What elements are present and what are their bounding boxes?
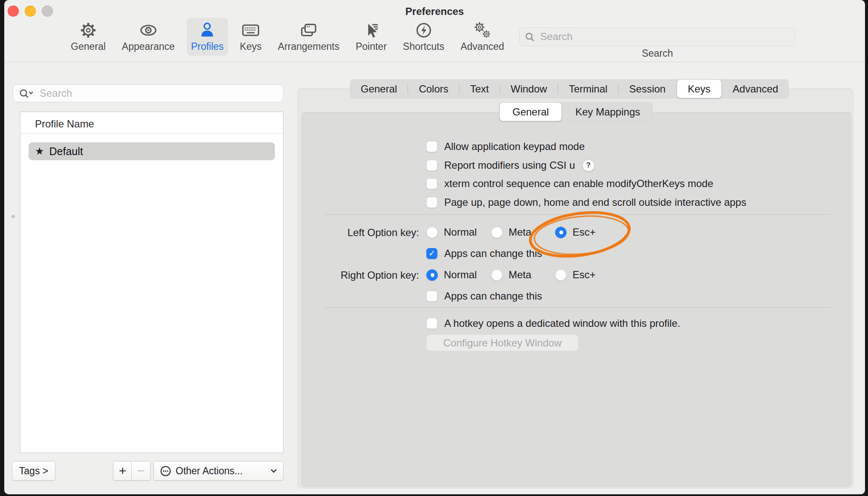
toolbar-item-label: Arrangements [278,41,339,52]
eye-icon [139,20,158,40]
profile-row-default[interactable]: ★ Default [29,142,275,160]
bolt-circle-icon [414,20,434,40]
gears-icon [472,20,492,40]
toolbar-item-label: General [71,41,106,52]
subtab-key-mappings[interactable]: Key Mappings [562,102,653,121]
tab-keys[interactable]: Keys [677,80,721,98]
help-button[interactable]: ? [583,160,594,171]
checkbox-label: A hotkey opens a dedicated window with t… [444,317,680,329]
ellipsis-circle-icon [160,465,171,477]
profile-list: Profile Name ★ Default [20,112,284,453]
toolbar-search-input[interactable] [540,28,792,46]
checkbox-row-modify-other-keys[interactable]: xterm control sequence can enable modify… [426,178,713,190]
checkbox-unchecked[interactable] [426,197,437,208]
profile-section-tabs: General Colors Text Window Terminal Sess… [350,79,789,98]
checkbox-unchecked[interactable] [426,178,437,189]
checkbox-checked[interactable] [426,248,437,259]
other-actions-label: Other Actions... [176,465,266,477]
checkbox-label: Report modifiers using CSI u [444,159,575,171]
radio-label: Meta [509,226,531,238]
profile-name: Default [49,145,83,158]
toolbar-item-pointer[interactable]: Pointer [351,18,391,56]
keys-subtabs: General Key Mappings [499,102,653,121]
toolbar-item-keys[interactable]: Keys [236,18,266,56]
checkbox-row-page-scroll[interactable]: Page up, page down, home and end scroll … [426,196,746,208]
toolbar-item-profiles[interactable]: Profiles [187,18,228,56]
divider [323,307,830,308]
tags-button[interactable]: Tags > [12,461,55,481]
checkbox-unchecked[interactable] [426,160,437,171]
toolbar-item-arrangements[interactable]: Arrangements [274,18,344,56]
radio-label: Meta [509,269,531,281]
checkbox-row-csi-u[interactable]: Report modifiers using CSI u ? [426,159,594,171]
toolbar-item-advanced[interactable]: Advanced [456,18,508,56]
profile-search-field [13,84,284,102]
right-apps-can-change-row[interactable]: Apps can change this [426,290,542,302]
radio-label: Normal [444,226,477,238]
toolbar-item-label: Keys [240,41,262,52]
hotkey-row[interactable]: A hotkey opens a dedicated window with t… [426,317,680,329]
radio-right-meta[interactable]: Meta [491,269,531,281]
default-star-icon: ★ [35,145,44,157]
tab-text[interactable]: Text [460,79,500,98]
tab-session[interactable]: Session [619,79,676,98]
remove-profile-button[interactable]: − [131,461,150,481]
radio-label: Esc+ [573,226,596,238]
checkbox-unchecked[interactable] [426,291,437,302]
tab-terminal[interactable]: Terminal [558,79,618,98]
other-actions-dropdown[interactable]: Other Actions... [153,461,284,481]
toolbar-item-general[interactable]: General [67,18,110,56]
radio-left-meta[interactable]: Meta [491,226,531,238]
right-option-radio-group: Normal Meta Esc+ [426,269,830,280]
right-option-key-label: Right Option key: [298,269,419,281]
cursor-icon [362,20,381,40]
radio-unselected[interactable] [491,269,503,281]
toolbar-item-label: Appearance [122,41,175,52]
checkbox-unchecked[interactable] [426,141,437,152]
keyboard-icon [241,20,260,40]
toolbar-item-label: Shortcuts [403,41,444,52]
checkbox-label: Apps can change this [444,248,542,260]
radio-unselected[interactable] [491,227,503,238]
profile-search-input[interactable] [40,85,278,102]
checkbox-label: xterm control sequence can enable modify… [444,178,713,190]
checkbox-label: Allow application keypad mode [444,141,585,153]
toolbar-item-shortcuts[interactable]: Shortcuts [399,18,448,56]
radio-selected[interactable] [555,227,567,238]
profile-list-header[interactable]: Profile Name [20,112,283,134]
toolbar-search-field [519,27,796,46]
radio-unselected[interactable] [555,269,567,281]
radio-left-normal[interactable]: Normal [426,226,477,238]
toolbar-search-label: Search [519,48,796,59]
add-profile-button[interactable]: + [113,461,132,481]
tab-window[interactable]: Window [500,79,558,98]
toolbar-item-appearance[interactable]: Appearance [118,18,179,56]
toolbar-item-label: Profiles [191,41,224,52]
checkbox-row-keypad-mode[interactable]: Allow application keypad mode [426,141,585,153]
titlebar: Preferences General Appearance Prof [4,0,865,62]
tab-advanced[interactable]: Advanced [722,79,789,98]
radio-right-esc[interactable]: Esc+ [555,269,596,281]
radio-left-esc[interactable]: Esc+ [555,226,596,238]
checkbox-label: Apps can change this [444,290,542,302]
checkbox-unchecked[interactable] [426,318,437,329]
divider [323,214,830,215]
search-icon [525,32,536,43]
tab-colors[interactable]: Colors [408,79,459,98]
person-icon [197,20,217,40]
radio-right-normal[interactable]: Normal [426,269,477,281]
radio-label: Esc+ [573,269,596,281]
chevron-down-icon [270,469,277,473]
radio-selected[interactable] [426,269,438,281]
configure-hotkey-window-button[interactable]: Configure Hotkey Window [426,335,579,351]
subtab-general[interactable]: General [500,103,561,121]
left-option-key-label: Left Option key: [298,227,419,239]
tab-general[interactable]: General [350,79,408,98]
left-apps-can-change-row[interactable]: Apps can change this [426,248,542,260]
pane-splitter-handle[interactable] [12,215,15,218]
window-title: Preferences [4,6,865,17]
checkbox-label: Page up, page down, home and end scroll … [444,196,746,208]
radio-label: Normal [444,269,477,281]
radio-unselected[interactable] [426,227,438,238]
preferences-toolbar: General Appearance Profiles [67,18,509,56]
